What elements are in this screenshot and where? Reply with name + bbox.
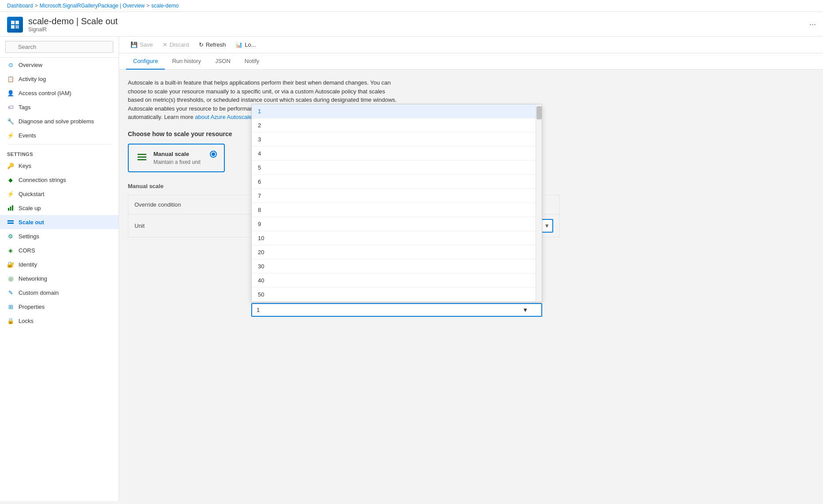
scaleout-icon (7, 219, 14, 226)
connection-icon: ◆ (7, 176, 14, 183)
logs-button[interactable]: 📊 Lo... (231, 39, 260, 50)
sidebar-search-container: 🔍 (0, 37, 119, 58)
sidebar-item-cors[interactable]: ◈ CORS (0, 243, 119, 257)
networking-icon: ◎ (7, 275, 14, 282)
sidebar-item-activity-log[interactable]: 📋 Activity log (0, 72, 119, 86)
identity-icon: 🔐 (7, 261, 14, 268)
dropdown-option-4[interactable]: 4 (252, 147, 536, 161)
manual-scale-text: Manual scale Maintain a fixed unit (153, 151, 201, 165)
sidebar-item-identity[interactable]: 🔐 Identity (0, 257, 119, 271)
discard-icon: ✕ (163, 41, 168, 48)
sidebar-item-label: Events (19, 132, 36, 139)
sidebar-item-label: Keys (19, 163, 31, 169)
sidebar-item-locks[interactable]: 🔒 Locks (0, 314, 119, 328)
search-wrap: 🔍 (5, 41, 113, 53)
sidebar-item-events[interactable]: ⚡ Events (0, 128, 119, 142)
sidebar-item-quickstart[interactable]: ⚡ Quickstart (0, 187, 119, 201)
breadcrumb-overview[interactable]: Microsoft.SignalRGalleryPackage | Overvi… (40, 3, 145, 9)
svg-rect-7 (7, 220, 14, 222)
dropdown-option-20[interactable]: 20 (252, 245, 536, 259)
diagnose-icon: 🔧 (7, 118, 14, 125)
sidebar-item-label: Scale up (19, 205, 41, 211)
dropdown-option-6[interactable]: 6 (252, 175, 536, 189)
dropdown-option-3[interactable]: 3 (252, 133, 536, 147)
search-input[interactable] (5, 41, 113, 53)
discard-button[interactable]: ✕ Discard (158, 39, 194, 50)
iam-icon: 👤 (7, 89, 14, 96)
tab-notify[interactable]: Notify (238, 53, 266, 70)
sidebar-item-networking[interactable]: ◎ Networking (0, 271, 119, 285)
save-label: Save (140, 41, 153, 48)
svg-rect-0 (11, 21, 15, 24)
svg-rect-9 (138, 154, 146, 155)
link-about-autoscale[interactable]: about Azure Autoscale (195, 114, 252, 120)
refresh-button[interactable]: ↻ Refresh (194, 39, 231, 50)
scaleup-icon (7, 204, 14, 211)
sidebar-item-settings[interactable]: ⚙ Settings (0, 229, 119, 243)
dropdown-option-9[interactable]: 9 (252, 217, 536, 231)
dropdown-option-5[interactable]: 5 (252, 161, 536, 175)
properties-icon: ⊞ (7, 303, 14, 310)
sidebar-item-label: Overview (19, 62, 42, 68)
sidebar-item-label: Settings (19, 233, 39, 240)
save-button[interactable]: 💾 Save (126, 39, 157, 50)
sidebar-item-label: Tags (19, 104, 30, 111)
dropdown-option-40[interactable]: 40 (252, 274, 536, 288)
sidebar-item-label: Activity log (19, 76, 46, 82)
sidebar: 🔍 ⊙ Overview 📋 Activity log 👤 Access con… (0, 37, 119, 501)
main-content: Autoscale is a built-in feature that hel… (119, 70, 823, 501)
dropdown-option-7[interactable]: 7 (252, 189, 536, 203)
svg-rect-6 (12, 205, 13, 211)
dropdown-chevron-icon: ▼ (522, 307, 528, 313)
dropdown-option-30[interactable]: 30 (252, 259, 536, 274)
sidebar-item-custom-domain[interactable]: ✎ Custom domain (0, 285, 119, 300)
sidebar-item-diagnose[interactable]: 🔧 Diagnose and solve problems (0, 114, 119, 128)
sidebar-item-properties[interactable]: ⊞ Properties (0, 300, 119, 314)
dropdown-popup: 1 2 3 4 5 6 7 8 9 10 20 30 40 (251, 104, 542, 317)
breadcrumb: Dashboard > Microsoft.SignalRGalleryPack… (0, 0, 823, 12)
sidebar-item-label: Quickstart (19, 191, 45, 197)
more-options-button[interactable]: ··· (809, 20, 816, 29)
dropdown-option-10[interactable]: 10 (252, 231, 536, 245)
scrollbar-thumb[interactable] (536, 106, 542, 119)
discard-label: Discard (170, 41, 189, 48)
main-layout: 🔍 ⊙ Overview 📋 Activity log 👤 Access con… (0, 37, 823, 501)
breadcrumb-current[interactable]: scale-demo (151, 3, 179, 9)
sidebar-item-scale-out[interactable]: Scale out (0, 215, 119, 229)
page-header: scale-demo | Scale out SignalR ··· (0, 12, 823, 37)
popup-scrollbar[interactable] (536, 104, 542, 302)
tab-configure[interactable]: Configure (126, 53, 165, 70)
sidebar-divider-1 (7, 144, 112, 145)
dropdown-option-50[interactable]: 50 (252, 288, 536, 302)
sidebar-item-overview[interactable]: ⊙ Overview (0, 58, 119, 72)
dropdown-selected-display[interactable]: 1 ▼ (251, 303, 542, 317)
svg-rect-5 (10, 207, 11, 211)
tab-json[interactable]: JSON (208, 53, 238, 70)
tab-run-history[interactable]: Run history (165, 53, 208, 70)
sidebar-item-label: Access control (IAM) (19, 90, 71, 96)
dropdown-option-1[interactable]: 1 (252, 104, 536, 119)
popup-content: 1 2 3 4 5 6 7 8 9 10 20 30 40 (252, 104, 542, 302)
dropdown-option-8[interactable]: 8 (252, 203, 536, 217)
sidebar-item-label: Scale out (19, 219, 44, 226)
sidebar-item-label: Identity (19, 261, 37, 268)
dropdown-option-2[interactable]: 2 (252, 119, 536, 133)
breadcrumb-dashboard[interactable]: Dashboard (7, 3, 33, 9)
sidebar-item-label: Networking (19, 275, 47, 282)
sidebar-item-iam[interactable]: 👤 Access control (IAM) (0, 86, 119, 100)
sidebar-item-label: Diagnose and solve problems (19, 118, 94, 125)
quickstart-icon: ⚡ (7, 190, 14, 197)
manual-scale-description: Maintain a fixed unit (153, 159, 201, 165)
sidebar-item-tags[interactable]: 🏷 Tags (0, 100, 119, 114)
sidebar-item-connection-strings[interactable]: ◆ Connection strings (0, 173, 119, 187)
manual-scale-radio[interactable] (210, 151, 217, 158)
sidebar-item-scale-up[interactable]: Scale up (0, 201, 119, 215)
svg-rect-3 (15, 25, 19, 29)
refresh-label: Refresh (206, 41, 226, 48)
manual-scale-card[interactable]: Manual scale Maintain a fixed unit (128, 144, 225, 172)
overview-icon: ⊙ (7, 61, 14, 68)
settings-icon: ⚙ (7, 233, 14, 240)
sidebar-item-label: CORS (19, 247, 35, 254)
sidebar-item-keys[interactable]: 🔑 Keys (0, 159, 119, 173)
radio-indicator (210, 151, 217, 158)
